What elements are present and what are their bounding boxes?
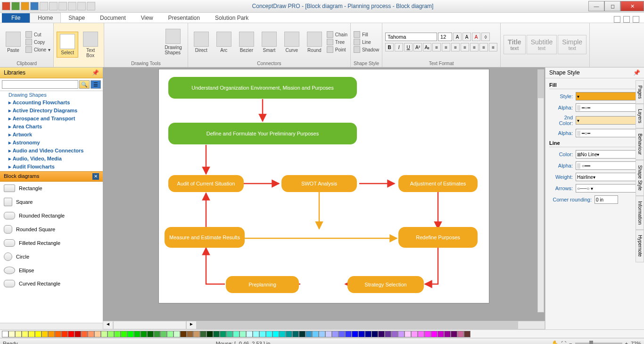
- view-toggle-button[interactable]: ☰: [91, 80, 101, 89]
- library-search-input[interactable]: [2, 80, 78, 89]
- color-swatch[interactable]: [246, 331, 253, 337]
- color-swatch[interactable]: [61, 331, 68, 337]
- smart-button[interactable]: Smart: [259, 30, 280, 55]
- drawtool-icon[interactable]: [150, 32, 160, 42]
- direct-button[interactable]: Direct: [191, 30, 212, 55]
- color-swatch[interactable]: [358, 331, 365, 337]
- lib-item[interactable]: ▸ Audio, Video, Media: [0, 155, 103, 163]
- tab-shape[interactable]: Shape: [61, 13, 92, 23]
- drawing-shapes-button[interactable]: Drawing Shapes: [162, 27, 185, 57]
- vertical-scrollbar[interactable]: [537, 69, 544, 312]
- block-understand[interactable]: Understand Organization Environment, Mis…: [168, 77, 357, 99]
- font-size-input[interactable]: [438, 33, 452, 41]
- color-swatch[interactable]: [339, 331, 345, 337]
- color-swatch[interactable]: [305, 331, 312, 337]
- second-color-dropdown[interactable]: ▾: [576, 116, 640, 125]
- block-measure[interactable]: Measure and Estimate Results: [165, 227, 245, 248]
- color-swatch[interactable]: [68, 331, 74, 337]
- collapse-icon[interactable]: [633, 16, 639, 23]
- help-icon[interactable]: [623, 16, 630, 23]
- sidetab-behaviour[interactable]: Behaviour: [636, 128, 644, 160]
- underline-button[interactable]: U: [404, 43, 413, 51]
- tab-file[interactable]: File: [2, 13, 30, 23]
- block-define[interactable]: Define and Formulate Your Preliminary Pu…: [168, 123, 357, 144]
- drawing-page[interactable]: Understand Organization Environment, Mis…: [159, 69, 489, 303]
- color-swatch[interactable]: [391, 331, 398, 337]
- qat-icon[interactable]: [40, 2, 48, 10]
- line-button[interactable]: Line: [354, 39, 379, 45]
- color-swatch[interactable]: [259, 331, 266, 337]
- align-top-button[interactable]: ≡: [461, 43, 469, 51]
- qat-icon[interactable]: [21, 2, 29, 10]
- color-swatch[interactable]: [160, 331, 167, 337]
- color-swatch[interactable]: [206, 331, 213, 337]
- cut-button[interactable]: Cut: [25, 31, 50, 38]
- block-audit[interactable]: Audit of Current Situation: [168, 175, 244, 192]
- close-library-icon[interactable]: ✕: [92, 173, 99, 180]
- color-swatch[interactable]: [167, 331, 173, 337]
- list-button[interactable]: ≡: [489, 43, 497, 51]
- block-redefine[interactable]: Redefine Purposes: [398, 227, 478, 248]
- color-swatch[interactable]: [411, 331, 418, 337]
- superscript-button[interactable]: A²: [413, 43, 422, 51]
- fill-button[interactable]: Fill: [354, 31, 379, 38]
- tab-view[interactable]: View: [133, 13, 161, 23]
- active-library-header[interactable]: Block diagrams ✕: [0, 171, 103, 182]
- search-button[interactable]: 🔍: [79, 80, 90, 89]
- qat-icon[interactable]: [30, 2, 39, 10]
- textbox-button[interactable]: Text Box: [80, 30, 101, 60]
- tab-solution-park[interactable]: Solution Park: [207, 13, 256, 23]
- lib-item[interactable]: ▸ Active Directory Diagrams: [0, 107, 103, 115]
- color-swatch[interactable]: [28, 331, 35, 337]
- color-swatch[interactable]: [2, 331, 8, 337]
- zoom-out-button[interactable]: −: [569, 341, 572, 344]
- shape-item[interactable]: Rounded Rectangle: [0, 209, 103, 222]
- color-swatch[interactable]: [226, 331, 233, 337]
- color-swatch[interactable]: [213, 331, 220, 337]
- view-icon[interactable]: [614, 16, 620, 23]
- color-swatch[interactable]: [312, 331, 319, 337]
- tab-home[interactable]: Home: [30, 13, 61, 23]
- qat-icon[interactable]: [58, 2, 67, 10]
- line-weight-dropdown[interactable]: Hairline ▾: [576, 173, 640, 181]
- align-right-button[interactable]: ≡: [451, 43, 460, 51]
- color-swatch[interactable]: [140, 331, 147, 337]
- color-swatch[interactable]: [114, 331, 121, 337]
- simple-text-style[interactable]: Simpletext: [558, 35, 586, 54]
- tree-button[interactable]: Tree: [327, 39, 347, 45]
- drawtool-icon[interactable]: [140, 32, 149, 42]
- color-swatch[interactable]: [193, 331, 200, 337]
- line-alpha-slider[interactable]: ░ ○━━: [576, 161, 640, 170]
- color-swatch[interactable]: [345, 331, 352, 337]
- color-swatch[interactable]: [48, 331, 55, 337]
- color-swatch[interactable]: [220, 331, 226, 337]
- color-swatch[interactable]: [352, 331, 358, 337]
- qat-icon[interactable]: [77, 2, 86, 10]
- color-swatch[interactable]: [200, 331, 206, 337]
- color-swatch[interactable]: [378, 331, 385, 337]
- lib-item[interactable]: ▸ Audio and Video Connectors: [0, 147, 103, 155]
- color-swatch[interactable]: [332, 331, 339, 337]
- lib-item[interactable]: ▸ Area Charts: [0, 123, 103, 131]
- left-hscroll[interactable]: [0, 323, 103, 329]
- block-strategy[interactable]: Strategy Selection: [347, 276, 424, 293]
- color-swatch[interactable]: [279, 331, 286, 337]
- shape-item[interactable]: Filleted Rectangle: [0, 236, 103, 250]
- color-swatch[interactable]: [22, 331, 28, 337]
- drawtool-icon[interactable]: [140, 43, 149, 52]
- minimize-button[interactable]: —: [588, 1, 604, 11]
- round-button[interactable]: Round: [304, 30, 325, 55]
- drawtool-icon[interactable]: [129, 43, 138, 52]
- qat-dropdown-icon[interactable]: [87, 2, 95, 10]
- color-swatch[interactable]: [385, 331, 391, 337]
- curve-button[interactable]: Curve: [281, 30, 302, 55]
- color-swatch[interactable]: [88, 331, 94, 337]
- horizontal-scrollbar[interactable]: [197, 321, 545, 329]
- color-swatch[interactable]: [8, 331, 15, 337]
- align-bottom-button[interactable]: ≡: [479, 43, 488, 51]
- page-tabs[interactable]: ◄►: [103, 321, 197, 329]
- color-swatch[interactable]: [292, 331, 299, 337]
- subscript-button[interactable]: A₂: [423, 43, 431, 51]
- color-swatch[interactable]: [431, 331, 438, 337]
- shape-item[interactable]: Rounded Square: [0, 222, 103, 236]
